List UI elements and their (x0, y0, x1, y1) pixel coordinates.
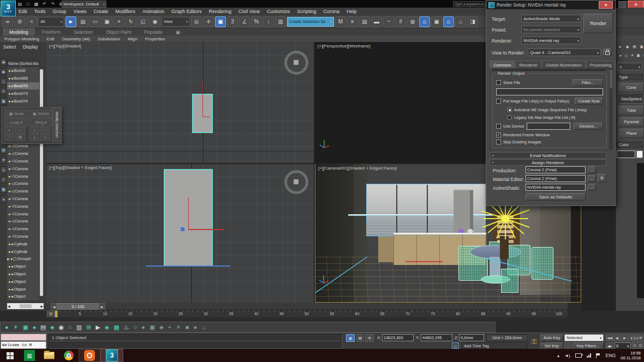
visibility-bulb-icon[interactable]: ● (8, 167, 10, 171)
list-item-corona[interactable]: ●◁Corona (7, 233, 39, 240)
ring-button[interactable]: Ring▾ (29, 118, 52, 126)
taskbar-file-explorer[interactable] (39, 349, 59, 361)
selection-lock-icon[interactable]: ⊠ (356, 334, 363, 342)
key-mode-dropdown[interactable]: Selected▾ (564, 334, 604, 341)
previous-frame-button[interactable]: ◀| (613, 334, 621, 341)
visibility-bulb-icon[interactable]: ● (8, 174, 10, 178)
loop-button[interactable]: Loop▾ (4, 118, 28, 126)
menu-edit[interactable]: Edit (19, 9, 27, 14)
create-tab-icon[interactable]: ► (618, 44, 623, 49)
scrollbar-thumb[interactable] (20, 304, 32, 308)
visibility-bulb-icon[interactable]: ● (8, 189, 10, 193)
viewcube[interactable] (284, 51, 308, 75)
list-item-corona[interactable]: ●◁Corona (7, 188, 39, 195)
menu-help[interactable]: Help (347, 9, 357, 14)
primitive-button-geosphere[interactable]: GeoSphere (619, 94, 644, 104)
lights-category-icon[interactable]: ☀ (630, 53, 635, 58)
taskbar-corona[interactable] (79, 349, 100, 362)
target-dropdown[interactable]: ActiveShade Mode▾ (521, 15, 581, 22)
scroll-right-icon[interactable]: ▶ (40, 304, 43, 308)
bulb-icon[interactable]: ○ (134, 324, 138, 330)
loop-shrink-button[interactable]: − (15, 127, 25, 134)
dialog-tab-renderer[interactable]: Renderer (515, 61, 541, 69)
gizmo-x-axis[interactable] (202, 117, 210, 117)
taskbar-store[interactable]: ▥ (20, 349, 39, 361)
find-icon[interactable]: ◎ (0, 166, 7, 173)
volume-icon[interactable]: ◄) (564, 353, 570, 358)
loop-grow-button[interactable]: + (4, 127, 14, 134)
redo-icon[interactable]: ↷ (49, 1, 56, 7)
gizmo-y-axis[interactable] (202, 82, 203, 117)
render-button[interactable]: Render (583, 14, 613, 33)
scrollbar-thumb[interactable] (40, 69, 43, 296)
loop-mode-button[interactable]: ◠ (4, 134, 14, 141)
camera2-icon[interactable]: ▣ (150, 324, 155, 331)
ribbon-tab-modeling[interactable]: Modeling (3, 28, 34, 35)
grid-plus-icon[interactable]: ⊞ (86, 324, 91, 331)
mirror-icon[interactable]: M (335, 16, 346, 27)
taskbar-chrome[interactable] (59, 349, 79, 361)
activeshade-browse-button[interactable]: ... (588, 184, 596, 191)
menu-corona[interactable]: Corona (323, 9, 339, 14)
display-all-icon[interactable]: ◉ (0, 58, 7, 65)
next-frame-icon[interactable]: ▶ (99, 303, 105, 310)
foliage-icon[interactable]: ♠ (33, 324, 36, 330)
menu-animation[interactable]: Animation (142, 9, 164, 14)
clock[interactable]: 16:58 08.11.2018 (621, 351, 641, 360)
teapot-icon[interactable]: ♨ (124, 324, 129, 331)
list-item-box073[interactable]: ●●Box073 (7, 89, 39, 97)
material-lock-button[interactable]: ⧉ (598, 174, 606, 183)
schematic-view-icon[interactable]: # (395, 16, 406, 27)
preset-dropdown[interactable]: No preset selected▾ (521, 26, 581, 33)
pin-icon[interactable]: ▦ (0, 186, 7, 193)
monitor-icon[interactable]: ▦ (114, 324, 119, 331)
primitive-type-dropdown[interactable]: s▾ (617, 63, 642, 70)
y-coordinate-field[interactable]: 44602,295 (421, 334, 452, 341)
list-item-corona[interactable]: ●◁Corona (7, 225, 39, 233)
dialog-tab-global-illumination[interactable]: Global Illumination (542, 61, 586, 69)
explorer-menu-select[interactable]: Select (3, 44, 16, 50)
action-center-icon[interactable] (596, 353, 601, 358)
visibility-bulb-icon[interactable]: ● (8, 287, 10, 291)
menu-group[interactable]: Group (53, 9, 67, 14)
list-item-corona[interactable]: ●◁Corona (7, 172, 39, 180)
search-input[interactable]: Type a keyword or ph (453, 1, 488, 7)
select-scale-icon[interactable]: ◱ (138, 16, 148, 27)
set-keys-icon[interactable]: ⚿ (529, 334, 539, 349)
list-item-corona[interactable]: ●◁Corona (7, 150, 39, 158)
helper-icon[interactable]: + (168, 324, 171, 330)
rect-selection-region-icon[interactable]: ▭ (90, 16, 100, 27)
visibility-bulb-icon[interactable]: ● (8, 212, 10, 216)
viewport-label[interactable]: [+][Top][Shaded] (49, 44, 81, 49)
spot2-icon[interactable]: ☀ (176, 324, 181, 331)
viewport-splitter-vertical[interactable] (314, 42, 315, 303)
visibility-bulb-icon[interactable]: ● (8, 219, 10, 223)
select-link-icon[interactable]: ∞ (2, 16, 13, 27)
taskbar-3dsmax-active[interactable]: 3 (100, 349, 123, 362)
scroll-left-icon[interactable]: ◀ (8, 304, 10, 308)
render-setup-icon[interactable]: ♨ (419, 16, 430, 27)
display-lights-icon[interactable]: ☀ (0, 88, 7, 95)
modify-tab-icon[interactable]: ◉ (625, 44, 630, 49)
menu-scripting[interactable]: Scripting (297, 9, 316, 14)
list-item-object[interactable]: ●●Object (7, 270, 39, 278)
menu-views[interactable]: Views (74, 9, 87, 14)
primitive-button-pyramid[interactable]: Pyramid (619, 117, 644, 126)
layers-icon[interactable]: ▥ (76, 324, 82, 331)
coordinate-mode-icon[interactable]: ✛ (365, 334, 374, 342)
menu-civil-view[interactable]: Civil View (238, 9, 260, 14)
expand-icon[interactable]: ▶ (7, 257, 10, 261)
object-color-swatch[interactable] (636, 150, 643, 158)
gizmo-center-handle[interactable] (181, 227, 184, 231)
material-editor-icon[interactable]: ◍ (407, 16, 418, 27)
autodesk-radio[interactable] (507, 107, 512, 112)
list-item-cylinde[interactable]: ●●Cylinde (7, 248, 39, 255)
tree-icon[interactable]: ♣ (50, 324, 54, 330)
display-shapes-icon[interactable]: ◇ (0, 78, 7, 85)
zoom-extents-icon[interactable]: ⊙ (632, 342, 637, 349)
ring-grow-button[interactable]: + (29, 127, 39, 134)
use-pivot-point-icon[interactable]: ◎ (191, 16, 202, 27)
grow-button[interactable]: ▣Grow (4, 110, 28, 118)
use-device-checkbox[interactable] (496, 124, 501, 129)
maxscript-mini-listener[interactable]: Welcome to M (1, 341, 46, 349)
